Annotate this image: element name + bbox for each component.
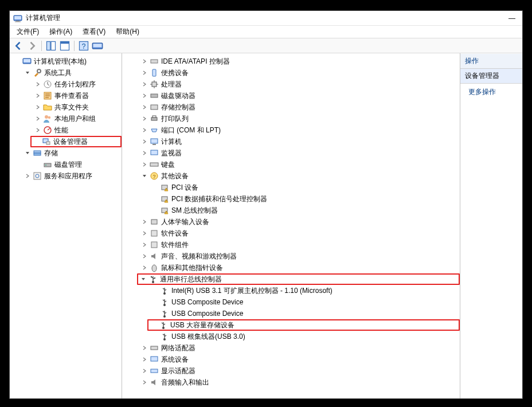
chevron-right-icon[interactable] xyxy=(140,103,148,111)
chevron-right-icon[interactable] xyxy=(140,344,148,352)
chevron-right-icon[interactable] xyxy=(140,229,148,237)
chevron-right-icon[interactable] xyxy=(140,69,148,77)
chevron-right-icon[interactable] xyxy=(34,80,42,88)
menu-file[interactable]: 文件(F) xyxy=(12,26,44,38)
cat-ide[interactable]: IDE ATA/ATAPI 控制器 xyxy=(139,56,460,67)
cat-monitors[interactable]: 监视器 xyxy=(139,147,460,159)
cat-other-devices[interactable]: ? 其他设备 xyxy=(139,170,460,182)
chevron-right-icon[interactable] xyxy=(140,80,148,88)
tools-icon xyxy=(33,68,42,77)
cat-system-devices[interactable]: 系统设备 xyxy=(139,354,460,365)
chevron-right-icon[interactable] xyxy=(140,126,148,134)
chevron-right-icon[interactable] xyxy=(140,264,148,272)
tree-storage[interactable]: 存储 xyxy=(22,147,122,159)
svg-rect-60 xyxy=(151,357,158,361)
cat-hid[interactable]: 人体学输入设备 xyxy=(139,216,460,228)
cat-computer[interactable]: 计算机 xyxy=(139,136,460,147)
svg-rect-24 xyxy=(44,163,51,167)
chevron-right-icon[interactable] xyxy=(34,103,42,111)
chevron-right-icon[interactable] xyxy=(140,218,148,226)
nav-back-button[interactable] xyxy=(12,40,25,52)
cat-sound[interactable]: 声音、视频和游戏控制器 xyxy=(139,251,460,262)
tree-shared-folders[interactable]: 共享文件夹 xyxy=(33,101,122,113)
cat-ports[interactable]: 端口 (COM 和 LPT) xyxy=(139,124,460,136)
chevron-right-icon[interactable] xyxy=(140,92,148,100)
cat-software-devices[interactable]: 软件设备 xyxy=(139,228,460,239)
chevron-right-icon[interactable] xyxy=(140,252,148,260)
tree-local-users[interactable]: 本地用户和组 xyxy=(33,113,122,124)
chevron-right-icon[interactable] xyxy=(140,355,148,363)
tree-services-apps[interactable]: 服务和应用程序 xyxy=(22,170,122,182)
chevron-right-icon[interactable] xyxy=(140,378,148,386)
cat-print-queues[interactable]: 打印队列 xyxy=(139,113,460,124)
dev-usb-composite-2[interactable]: USB Composite Device xyxy=(150,308,460,319)
cat-software-components[interactable]: 软件组件 xyxy=(139,239,460,251)
cat-mouse[interactable]: 鼠标和其他指针设备 xyxy=(139,262,460,273)
keyboard-icon xyxy=(150,160,159,169)
software-component-icon xyxy=(150,240,159,249)
menu-action[interactable]: 操作(A) xyxy=(45,26,77,38)
menu-view[interactable]: 查看(V) xyxy=(78,26,110,38)
console-tree-pane: 计算机管理(本地) 系统工具 xyxy=(10,53,122,398)
cat-usb-controllers[interactable]: 通用串行总线控制器 xyxy=(137,273,460,285)
dev-usb-mass-storage[interactable]: USB 大容量存储设备 xyxy=(147,319,460,331)
console-tree[interactable]: 计算机管理(本地) 系统工具 xyxy=(10,56,122,182)
dev-usb-composite-1[interactable]: USB Composite Device xyxy=(150,296,460,308)
svg-text:?: ? xyxy=(82,42,86,50)
refresh-button[interactable] xyxy=(91,40,104,52)
svg-rect-33 xyxy=(151,118,157,120)
chevron-down-icon[interactable] xyxy=(24,149,32,157)
cat-audio-io[interactable]: 音频输入和输出 xyxy=(139,377,460,388)
nav-forward-button[interactable] xyxy=(26,40,38,52)
chevron-down-icon[interactable] xyxy=(139,275,147,283)
menu-help[interactable]: 帮助(H) xyxy=(111,26,144,38)
cat-display-adapters[interactable]: 显示适配器 xyxy=(139,365,460,377)
device-tree[interactable]: IDE ATA/ATAPI 控制器 便携设备 处理器 磁盘驱动器 存储控制器 打… xyxy=(127,56,460,388)
cat-processors[interactable]: 处理器 xyxy=(139,79,460,90)
cat-disk-drives[interactable]: 磁盘驱动器 xyxy=(139,90,460,101)
help-button[interactable]: ? xyxy=(77,40,90,52)
warning-device-icon: ! xyxy=(160,206,169,215)
show-hide-tree-button[interactable] xyxy=(45,40,57,52)
more-actions-link[interactable]: 更多操作 xyxy=(460,84,522,100)
tree-systools[interactable]: 系统工具 xyxy=(22,67,122,79)
tree-root[interactable]: 计算机管理(本地) xyxy=(12,56,122,67)
dev-pci[interactable]: !PCI 设备 xyxy=(150,182,460,193)
audio-io-icon xyxy=(150,378,159,387)
chevron-right-icon[interactable] xyxy=(34,126,42,134)
chevron-down-icon[interactable] xyxy=(140,172,148,180)
chevron-down-icon[interactable] xyxy=(24,69,32,77)
titlebar: 计算机管理 — xyxy=(10,11,522,26)
chevron-right-icon[interactable] xyxy=(140,149,148,157)
dev-usb-intel[interactable]: Intel(R) USB 3.1 可扩展主机控制器 - 1.10 (Micros… xyxy=(150,285,460,296)
tree-event-viewer[interactable]: 事件查看器 xyxy=(33,90,122,101)
sound-icon xyxy=(150,252,159,261)
chevron-right-icon[interactable] xyxy=(140,138,148,146)
dev-pci-datacap[interactable]: !PCI 数据捕获和信号处理控制器 xyxy=(150,193,460,205)
chevron-right-icon[interactable] xyxy=(140,367,148,375)
mouse-icon xyxy=(150,263,159,272)
chevron-right-icon[interactable] xyxy=(140,115,148,123)
chevron-right-icon[interactable] xyxy=(140,241,148,249)
cat-storage-ctrl[interactable]: 存储控制器 xyxy=(139,101,460,113)
cat-network-adapters[interactable]: 网络适配器 xyxy=(139,342,460,354)
services-icon xyxy=(33,171,42,181)
chevron-right-icon[interactable] xyxy=(140,161,148,169)
tree-task-scheduler[interactable]: 任务计划程序 xyxy=(33,79,122,90)
chevron-right-icon[interactable] xyxy=(34,115,42,123)
chevron-right-icon[interactable] xyxy=(140,57,148,65)
tree-device-manager[interactable]: 设备管理器 xyxy=(30,136,122,147)
cat-keyboards[interactable]: 键盘 xyxy=(139,159,460,170)
software-device-icon xyxy=(150,229,159,238)
tree-disk-mgmt[interactable]: 磁盘管理 xyxy=(33,159,122,170)
cat-portable[interactable]: 便携设备 xyxy=(139,67,460,79)
chevron-right-icon[interactable] xyxy=(34,92,42,100)
tree-performance[interactable]: 性能 xyxy=(33,124,122,136)
svg-rect-7 xyxy=(61,41,69,44)
properties-button[interactable] xyxy=(58,40,71,52)
dev-sm-bus[interactable]: !SM 总线控制器 xyxy=(150,205,460,216)
svg-rect-35 xyxy=(151,139,158,143)
dev-usb-root-hub[interactable]: USB 根集线器(USB 3.0) xyxy=(150,331,460,342)
minimize-button[interactable]: — xyxy=(505,14,519,22)
chevron-right-icon[interactable] xyxy=(24,172,32,180)
